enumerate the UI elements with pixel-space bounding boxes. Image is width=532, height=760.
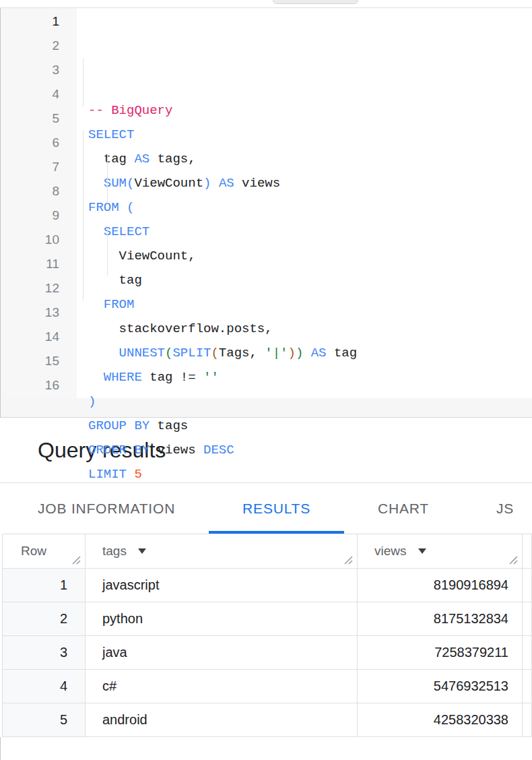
column-dropdown-icon[interactable]	[138, 548, 146, 554]
tab-label: JOB INFORMATION	[38, 501, 175, 517]
line-number: 15	[1, 349, 77, 373]
code-token: tag !=	[142, 370, 203, 385]
code-token: )	[203, 176, 211, 191]
code-line: )	[88, 389, 532, 414]
line-number: 12	[1, 276, 77, 300]
column-resize-handle[interactable]	[342, 554, 354, 565]
code-line: -- BigQuery	[88, 98, 532, 123]
column-header-views: views	[358, 534, 523, 569]
code-token: ''	[203, 370, 219, 385]
tab-label: CHART	[378, 501, 429, 517]
horizontal-scrollbar-thumb[interactable]	[273, 0, 358, 4]
code-token: FROM	[104, 297, 135, 312]
code-token: tag	[327, 346, 358, 360]
code-line: SELECT	[88, 220, 532, 244]
column-header-overflow	[523, 534, 532, 569]
indent-guide	[83, 131, 84, 300]
code-token: ViewCount,	[88, 249, 196, 263]
tags-cell: java	[86, 636, 358, 670]
column-resize-handle[interactable]	[507, 554, 519, 565]
code-token: views	[149, 443, 203, 457]
views-cell: 5476932513	[358, 670, 523, 703]
tab-label: JS	[496, 501, 514, 517]
code-line: WHERE tag != ''	[88, 365, 532, 389]
code-line: SUM(ViewCount) AS views	[88, 171, 532, 195]
tags-cell: javascript	[86, 569, 358, 602]
code-token: tags	[149, 418, 188, 433]
row-number-cell: 3	[3, 636, 86, 670]
line-number: 5	[1, 106, 77, 131]
code-line: ORDER BY views DESC	[88, 438, 532, 462]
code-token: (	[127, 200, 134, 215]
active-tab-underline	[209, 531, 344, 534]
line-number: 2	[1, 34, 77, 58]
tab-js[interactable]: JS	[463, 483, 532, 534]
line-number: 10	[1, 228, 77, 252]
code-token: 5	[134, 467, 141, 482]
bigquery-results-page: { "editor": { "language": "SQL", "lines"…	[0, 0, 532, 760]
indent-guide	[83, 58, 84, 106]
line-number: 16	[1, 373, 77, 398]
code-line: UNNEST(SPLIT(Tags, '|')) AS tag	[88, 341, 532, 365]
line-number: 6	[1, 131, 77, 155]
code-token: )	[88, 394, 96, 409]
code-token: Tags,	[219, 346, 265, 360]
results-table: Rowtagsviews1javascript81909168942python…	[2, 534, 532, 737]
code-token: ORDER BY	[88, 443, 149, 457]
tags-cell: c#	[86, 670, 358, 703]
views-cell: 7258379211	[358, 636, 523, 670]
code-token: ViewCount	[134, 176, 203, 191]
code-line: stackoverflow.posts,	[88, 317, 532, 341]
column-header-tags: tags	[86, 534, 358, 569]
views-cell: 8175132834	[358, 602, 523, 636]
code-token	[88, 297, 104, 312]
views-cell: 4258320338	[358, 703, 523, 737]
row-number-cell: 5	[3, 703, 86, 737]
code-token: AS	[134, 152, 149, 166]
column-header-label: views	[374, 544, 407, 559]
code-line: tag	[88, 268, 532, 292]
row-number-cell: 1	[3, 569, 86, 602]
column-header-label: Row	[21, 544, 46, 559]
indent-guide	[107, 228, 108, 276]
code-token: stackoverflow.posts,	[88, 321, 273, 336]
code-line: FROM	[88, 292, 532, 317]
code-token: (	[165, 346, 172, 360]
tab-results[interactable]: RESULTS	[209, 483, 344, 534]
code-token	[88, 224, 104, 239]
line-number: 1	[1, 9, 77, 34]
line-number: 13	[1, 300, 77, 325]
tab-chart[interactable]: CHART	[344, 483, 463, 534]
column-dropdown-icon[interactable]	[418, 548, 426, 554]
code-line: ViewCount,	[88, 244, 532, 268]
code-token: )	[288, 346, 296, 360]
indent-guide	[107, 155, 108, 203]
tags-cell: python	[86, 602, 358, 636]
line-number: 4	[1, 82, 77, 106]
code-token: SPLIT	[172, 346, 211, 360]
code-area[interactable]: -- BigQuerySELECT tag AS tags, SUM(ViewC…	[77, 8, 532, 398]
line-number-gutter: 12345678910111213141516	[1, 8, 77, 398]
code-token: AS	[219, 176, 234, 191]
tab-job-information[interactable]: JOB INFORMATION	[4, 483, 209, 534]
column-header-row: Row	[3, 534, 86, 569]
overflow-cell	[523, 569, 532, 602]
column-resize-handle[interactable]	[70, 554, 81, 565]
sql-editor[interactable]: 12345678910111213141516 -- BigQuerySELEC…	[0, 8, 532, 398]
code-token	[88, 176, 104, 191]
tab-label: RESULTS	[242, 501, 310, 517]
tags-cell: android	[86, 703, 358, 737]
editor-top-strip	[0, 0, 532, 8]
code-line: SELECT	[88, 123, 532, 147]
line-number: 7	[1, 155, 77, 179]
overflow-cell	[523, 602, 532, 636]
line-number: 14	[1, 325, 77, 349]
code-token	[211, 176, 218, 191]
code-token	[88, 370, 104, 385]
code-token: LIMIT	[88, 467, 134, 482]
code-token: UNNEST	[119, 346, 165, 360]
overflow-cell	[523, 636, 532, 670]
results-footer	[0, 737, 532, 760]
code-token: tags,	[149, 152, 195, 166]
code-token: SELECT	[88, 127, 134, 142]
